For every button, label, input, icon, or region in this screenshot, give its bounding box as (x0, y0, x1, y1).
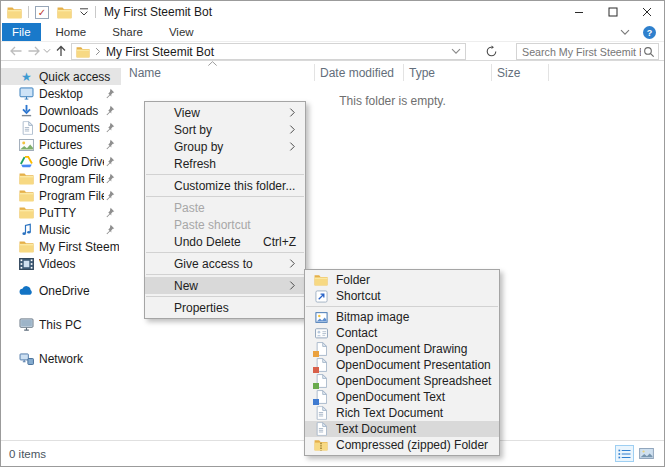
column-header-size[interactable]: Size (497, 66, 520, 80)
menu-item-sort-by[interactable]: Sort by (145, 121, 305, 138)
menu-item-new[interactable]: New (145, 277, 305, 294)
sidebar-item-onedrive[interactable]: OneDrive (1, 282, 121, 299)
sidebar-item-documents[interactable]: Documents (1, 119, 121, 136)
pin-icon (104, 122, 115, 133)
menu-item-paste-shortcut[interactable]: Paste shortcut (145, 216, 305, 233)
expand-ribbon-icon[interactable] (620, 29, 630, 36)
app-folder-icon (7, 6, 22, 19)
search-input[interactable] (520, 45, 643, 59)
submenu-item-folder[interactable]: Folder (305, 272, 499, 288)
qat-new-folder-button[interactable] (57, 6, 72, 19)
menu-item-label: New (174, 279, 198, 293)
submenu-item-odf-text[interactable]: OpenDocument Text (305, 389, 499, 405)
star-icon: ★ (19, 70, 34, 84)
sidebar-item-google-drive[interactable]: Google Drive (1, 153, 121, 170)
back-button[interactable] (9, 45, 23, 57)
downloads-icon (19, 104, 34, 118)
submenu-item-shortcut[interactable]: Shortcut (305, 288, 499, 304)
sidebar-item-program-files[interactable]: Program Files (1, 187, 121, 204)
videos-icon (19, 257, 34, 271)
menu-item-give-access-to[interactable]: Give access to (145, 255, 305, 272)
column-divider[interactable] (491, 64, 492, 81)
details-view-button[interactable] (615, 445, 634, 462)
menu-item-paste[interactable]: Paste (145, 199, 305, 216)
maximize-button[interactable] (596, 1, 630, 23)
column-header-type[interactable]: Type (409, 66, 435, 80)
folder-icon (19, 172, 34, 186)
odf-presentation-icon (314, 358, 328, 372)
tab-share[interactable]: Share (101, 23, 154, 41)
submenu-item-label: OpenDocument Drawing (336, 342, 467, 356)
sidebar-item-quick-access[interactable]: ★ Quick access (1, 68, 121, 85)
breadcrumb-chevron-icon[interactable] (95, 47, 101, 56)
submenu-item-bitmap-image[interactable]: Bitmap image (305, 309, 499, 325)
submenu-item-odf-drawing[interactable]: OpenDocument Drawing (305, 341, 499, 357)
menu-item-label: Undo Delete (174, 235, 241, 249)
menu-item-group-by[interactable]: Group by (145, 138, 305, 155)
sidebar-item-label: PuTTY (39, 206, 104, 220)
pin-icon (104, 88, 115, 99)
check-icon: ✓ (35, 6, 49, 19)
help-icon: ? (647, 28, 653, 38)
sidebar-item-downloads[interactable]: Downloads (1, 102, 121, 119)
column-header-date-modified[interactable]: Date modified (320, 66, 394, 80)
up-button[interactable] (54, 45, 68, 57)
recent-locations-dropdown[interactable] (43, 48, 51, 54)
submenu-item-text-document[interactable]: Text Document (305, 421, 499, 437)
sidebar-item-this-pc[interactable]: This PC (1, 316, 121, 333)
odf-text-icon (314, 390, 328, 404)
qat-properties-button[interactable]: ✓ (35, 6, 49, 19)
menu-item-refresh[interactable]: Refresh (145, 155, 305, 172)
menu-item-view[interactable]: View (145, 104, 305, 121)
column-divider[interactable] (314, 64, 315, 81)
menu-item-undo-delete[interactable]: Undo Delete Ctrl+Z (145, 233, 305, 250)
pin-icon (104, 173, 115, 184)
sidebar-item-my-first-steemit-bot[interactable]: My First Steemit Bot (1, 238, 121, 255)
ribbon-extras: ? (620, 23, 656, 42)
menu-item-customize-this-folder[interactable]: Customize this folder... (145, 177, 305, 194)
sidebar-item-network[interactable]: Network (1, 350, 121, 367)
refresh-button[interactable] (482, 44, 500, 59)
address-dropdown-icon[interactable] (451, 48, 461, 55)
large-icons-view-button[interactable] (637, 445, 656, 462)
sidebar-item-label: My First Steemit Bot (39, 240, 119, 254)
column-header-name[interactable]: Name (129, 66, 161, 80)
qat-customize-dropdown[interactable] (79, 8, 89, 17)
forward-button[interactable] (27, 45, 41, 57)
bitmap-image-icon (314, 310, 328, 324)
rich-text-icon (314, 406, 328, 420)
menu-item-properties[interactable]: Properties (145, 299, 305, 316)
minimize-button[interactable] (562, 1, 596, 23)
submenu-item-contact[interactable]: Contact (305, 325, 499, 341)
submenu-item-label: Bitmap image (336, 310, 409, 324)
tab-file[interactable]: File (2, 23, 41, 41)
sidebar-item-putty[interactable]: PuTTY (1, 204, 121, 221)
breadcrumb-location[interactable]: My First Steemit Bot (106, 45, 214, 59)
submenu-item-label: OpenDocument Text (336, 390, 445, 404)
folder-icon (19, 206, 34, 220)
sidebar-item-desktop[interactable]: Desktop (1, 85, 121, 102)
search-icon[interactable] (643, 46, 655, 58)
submenu-item-compressed-zipped-folder[interactable]: Compressed (zipped) Folder (305, 437, 499, 453)
menu-item-label: Paste (174, 201, 205, 215)
tab-home[interactable]: Home (45, 23, 98, 41)
sidebar-item-videos[interactable]: Videos (1, 255, 121, 272)
tab-view[interactable]: View (158, 23, 205, 41)
sidebar-item-pictures[interactable]: Pictures (1, 136, 121, 153)
new-submenu: Folder Shortcut Bitmap image Contact Ope… (304, 269, 500, 456)
submenu-item-odf-presentation[interactable]: OpenDocument Presentation (305, 357, 499, 373)
sidebar-item-label: Google Drive (39, 155, 104, 169)
address-bar[interactable]: My First Steemit Bot (71, 43, 466, 60)
chevron-right-icon (289, 280, 296, 291)
sidebar-item-label: Pictures (39, 138, 104, 152)
close-button[interactable] (630, 1, 664, 23)
submenu-item-odf-spreadsheet[interactable]: OpenDocument Spreadsheet (305, 373, 499, 389)
column-divider[interactable] (548, 64, 549, 81)
sidebar-item-music[interactable]: Music (1, 221, 121, 238)
help-button[interactable]: ? (643, 26, 656, 39)
submenu-item-rich-text-document[interactable]: Rich Text Document (305, 405, 499, 421)
sidebar-item-program-files-x86[interactable]: Program Files (x86) (1, 170, 121, 187)
column-divider[interactable] (403, 64, 404, 81)
chevron-right-icon (289, 107, 296, 118)
chevron-right-icon (289, 124, 296, 135)
